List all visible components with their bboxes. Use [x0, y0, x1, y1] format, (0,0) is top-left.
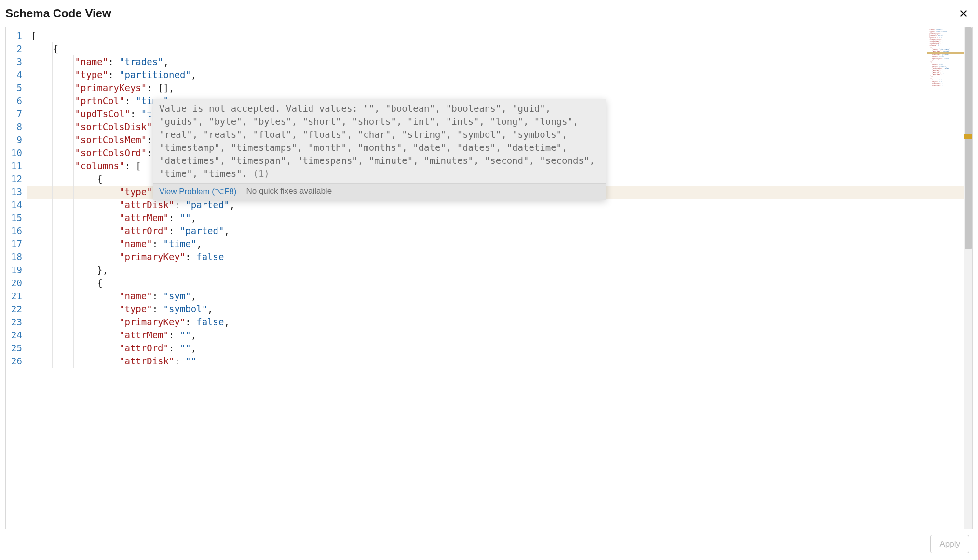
- line-number: 7: [6, 107, 22, 120]
- code-line[interactable]: {: [27, 42, 972, 55]
- line-number: 18: [6, 251, 22, 264]
- line-number: 1: [6, 29, 22, 42]
- hover-action-bar: View Problem (⌥F8) No quick fixes availa…: [153, 183, 606, 200]
- code-line[interactable]: "attrMem": "",: [27, 212, 972, 225]
- line-number: 3: [6, 55, 22, 68]
- scrollbar-warning-marker[interactable]: [964, 134, 972, 139]
- code-line[interactable]: "attrOrd": "parted",: [27, 225, 972, 238]
- line-number: 16: [6, 225, 22, 238]
- line-number: 10: [6, 147, 22, 160]
- code-line[interactable]: "type": "partitioned",: [27, 68, 972, 81]
- code-line[interactable]: },: [27, 264, 972, 277]
- line-number: 11: [6, 160, 22, 173]
- code-line[interactable]: "attrMem": "",: [27, 329, 972, 342]
- code-line[interactable]: "attrDisk": "": [27, 355, 972, 368]
- code-line[interactable]: "attrOrd": "",: [27, 342, 972, 355]
- code-line[interactable]: [: [27, 29, 972, 42]
- code-line[interactable]: "name": "time",: [27, 238, 972, 251]
- line-number: 21: [6, 290, 22, 303]
- line-number-gutter: 1234567891011121314151617181920212223242…: [6, 27, 27, 529]
- close-icon[interactable]: [958, 8, 969, 19]
- line-number: 26: [6, 355, 22, 368]
- dialog-header: Schema Code View: [0, 0, 978, 27]
- line-number: 6: [6, 94, 22, 107]
- code-line[interactable]: "primaryKeys": [],: [27, 81, 972, 94]
- code-line[interactable]: {: [27, 277, 972, 290]
- line-number: 25: [6, 342, 22, 355]
- apply-button[interactable]: Apply: [930, 535, 969, 553]
- line-number: 4: [6, 68, 22, 81]
- code-editor[interactable]: 1234567891011121314151617181920212223242…: [5, 27, 973, 529]
- error-message: Value is not accepted. Valid values: "",…: [153, 99, 606, 183]
- code-line[interactable]: "type": "symbol",: [27, 303, 972, 316]
- line-number: 9: [6, 133, 22, 147]
- line-number: 17: [6, 238, 22, 251]
- code-line[interactable]: "name": "sym",: [27, 290, 972, 303]
- code-line[interactable]: "name": "trades",: [27, 55, 972, 68]
- line-number: 14: [6, 199, 22, 212]
- line-number: 19: [6, 264, 22, 277]
- view-problem-link[interactable]: View Problem (⌥F8): [159, 187, 236, 197]
- line-number: 20: [6, 277, 22, 290]
- no-fixes-label: No quick fixes available: [246, 187, 332, 197]
- code-line[interactable]: "primaryKey": false,: [27, 316, 972, 329]
- dialog-footer: Apply: [0, 529, 978, 560]
- line-number: 13: [6, 186, 22, 199]
- line-number: 23: [6, 316, 22, 329]
- minimap[interactable]: "name": "trades" "type": "partitioned" "…: [927, 29, 964, 101]
- line-number: 22: [6, 303, 22, 316]
- line-number: 24: [6, 329, 22, 342]
- line-number: 15: [6, 212, 22, 225]
- code-line[interactable]: "primaryKey": false: [27, 251, 972, 264]
- line-number: 8: [6, 120, 22, 133]
- error-hover-tooltip: Value is not accepted. Valid values: "",…: [153, 99, 606, 200]
- dialog-title: Schema Code View: [5, 7, 111, 20]
- code-line[interactable]: "attrDisk": "parted",: [27, 199, 972, 212]
- editor-scrollbar[interactable]: [964, 27, 972, 529]
- line-number: 12: [6, 173, 22, 186]
- line-number: 2: [6, 42, 22, 55]
- line-number: 5: [6, 81, 22, 94]
